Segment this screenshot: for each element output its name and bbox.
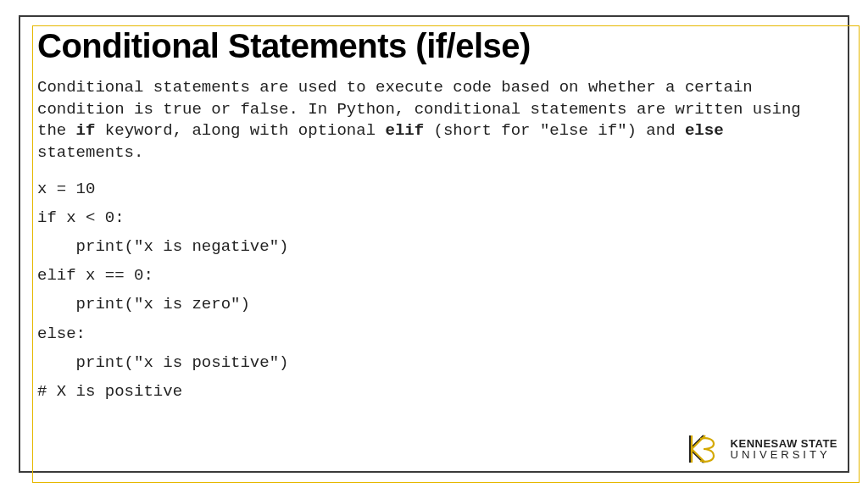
university-logo: KENNESAW STATE UNIVERSITY: [685, 432, 837, 466]
logo-text: KENNESAW STATE UNIVERSITY: [731, 438, 837, 460]
slide-content: Conditional Statements (if/else) Conditi…: [37, 27, 831, 463]
desc-text-3: (short for "else if") and: [424, 121, 685, 140]
slide-title: Conditional Statements (if/else): [37, 27, 831, 65]
logo-line-2: UNIVERSITY: [731, 449, 837, 460]
desc-text-4: statements.: [37, 143, 143, 162]
desc-text-2: keyword, along with optional: [95, 121, 385, 140]
code-block: x = 10 if x < 0: print("x is negative") …: [37, 175, 831, 407]
description-paragraph: Conditional statements are used to execu…: [37, 77, 831, 164]
keyword-elif: elif: [385, 121, 424, 140]
keyword-if: if: [76, 121, 96, 140]
ks-logo-icon: [685, 432, 722, 466]
keyword-else: else: [685, 121, 724, 140]
